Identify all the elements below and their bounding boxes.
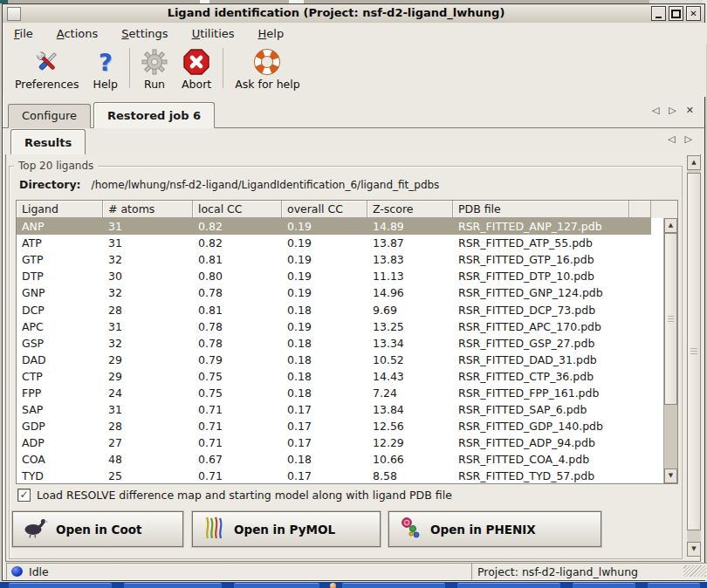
table-row[interactable]: ANP310.820.1914.89RSR_FITTED_ANP_127.pdb	[17, 218, 651, 235]
table-header-blank	[629, 201, 651, 218]
table-cell: 14.89	[367, 220, 453, 233]
tab-restored-job-6[interactable]: Restored job 6	[93, 102, 215, 128]
table-row[interactable]: ADP270.710.1712.29RSR_FITTED_ADP_94.pdb	[17, 434, 651, 451]
menu-settings[interactable]: Settings	[121, 27, 168, 40]
table-cell: 28	[103, 304, 193, 317]
table-scrollbar[interactable]: ▲ ▼	[663, 218, 677, 483]
table-row[interactable]: GSP320.780.1813.34RSR_FITTED_GSP_27.pdb	[17, 335, 651, 352]
menu-file[interactable]: File	[14, 27, 33, 40]
window-menu-icon[interactable]	[7, 7, 21, 21]
open-in-pymol-button[interactable]: Open in PyMOL	[192, 511, 381, 547]
tab-configure[interactable]: Configure	[8, 104, 91, 128]
table-row[interactable]: SAP310.710.1713.84RSR_FITTED_SAP_6.pdb	[17, 401, 651, 418]
table-cell: SAP	[17, 403, 103, 416]
table-cell: 0.78	[193, 320, 282, 333]
table-header-z-score[interactable]: Z-score	[367, 201, 453, 218]
table-cell: 9.69	[367, 304, 453, 317]
open-in-coot-button[interactable]: Open in Coot	[12, 511, 183, 547]
table-cell: APC	[17, 320, 103, 333]
table-cell: 0.71	[193, 469, 282, 482]
scroll-down-icon[interactable]: ▼	[687, 542, 701, 557]
taskbar-button-fragment	[648, 583, 700, 588]
tab-scroll-right-icon[interactable]: ▷	[685, 134, 692, 144]
table-cell: 0.81	[193, 304, 282, 317]
menu-help[interactable]: Help	[258, 27, 285, 40]
panel-scrollbar-thumb[interactable]	[687, 173, 701, 530]
table-row[interactable]: GTP320.810.1913.83RSR_FITTED_GTP_16.pdb	[17, 251, 651, 268]
minimize-button[interactable]	[651, 6, 666, 21]
table-cell: COA	[17, 453, 103, 466]
tab-scroll-right-icon[interactable]: ▷	[669, 106, 676, 115]
table-cell: 28	[103, 420, 193, 433]
table-cell: 0.78	[193, 286, 282, 299]
table-row[interactable]: APC310.780.1913.25RSR_FITTED_APC_170.pdb	[17, 318, 651, 335]
table-row[interactable]: ATP310.820.1913.87RSR_FITTED_ATP_55.pdb	[17, 235, 651, 251]
abort-button[interactable]: Abort	[175, 46, 218, 91]
panel-scrollbar[interactable]: ▲ ▼	[687, 155, 701, 557]
help-button[interactable]: ? Help	[86, 46, 126, 91]
results-tab-bar: Results ◁ ▷	[5, 128, 701, 155]
table-cell: DTP	[17, 270, 103, 283]
scroll-up-icon[interactable]: ▲	[664, 218, 677, 233]
table-row[interactable]: DTP300.800.1911.13RSR_FITTED_DTP_10.pdb	[17, 268, 651, 284]
menu-utilities[interactable]: Utilities	[192, 27, 235, 40]
table-cell: GSP	[17, 337, 103, 350]
scrollbar-grip	[690, 348, 697, 355]
table-row[interactable]: FPP240.750.187.24RSR_FITTED_FPP_161.pdb	[17, 385, 651, 401]
table-cell: 48	[103, 453, 193, 466]
table-header-overall-cc[interactable]: overall CC	[282, 201, 367, 218]
gear-icon	[141, 46, 168, 78]
tab-scroll-left-icon[interactable]: ◁	[668, 134, 675, 144]
checkmark-icon: ✓	[19, 489, 28, 500]
table-cell: 0.81	[193, 253, 282, 266]
maximize-icon	[671, 10, 681, 18]
scroll-up-icon[interactable]: ▲	[687, 155, 701, 170]
table-header-ligand[interactable]: Ligand	[17, 201, 103, 218]
open-in-phenix-button[interactable]: Open in PHENIX	[388, 511, 601, 547]
results-panel: Top 20 ligands Directory:/home/lwhung/ns…	[5, 154, 701, 562]
table-row[interactable]: GNP320.780.1914.96RSR_FITTED_GNP_124.pdb	[17, 284, 651, 301]
table-cell: RSR_FITTED_SAP_6.pdb	[453, 403, 629, 416]
table-cell: 0.18	[282, 304, 367, 317]
table-row[interactable]: GDP280.710.1712.56RSR_FITTED_GDP_140.pdb	[17, 418, 651, 434]
maximize-button[interactable]	[669, 6, 683, 21]
taskbar-button-fragment	[573, 583, 635, 588]
toolbar-separator	[223, 48, 223, 88]
preferences-button[interactable]: Preferences	[8, 46, 86, 91]
table-scrollbar-thumb[interactable]	[664, 233, 677, 405]
scroll-down-icon[interactable]: ▼	[664, 468, 677, 483]
table-cell: 31	[103, 320, 193, 333]
resize-grip[interactable]	[683, 565, 706, 577]
table-header-pdb-file[interactable]: PDB file	[453, 201, 629, 218]
checkbox-label: Load RESOLVE difference map and starting…	[37, 489, 452, 502]
table-cell: RSR_FITTED_APC_170.pdb	[453, 320, 629, 333]
table-cell: 0.18	[282, 370, 367, 383]
menu-actions[interactable]: Actions	[57, 27, 99, 40]
table-cell: ADP	[17, 436, 103, 449]
table-cell: RSR_FITTED_ANP_127.pdb	[453, 220, 629, 233]
table-row[interactable]: COA480.670.1810.66RSR_FITTED_COA_4.pdb	[17, 451, 651, 468]
tab-results[interactable]: Results	[10, 129, 86, 155]
table-header--atoms[interactable]: # atoms	[103, 201, 193, 218]
table-header-local-cc[interactable]: local CC	[193, 201, 282, 218]
table-cell: RSR_FITTED_DCP_73.pdb	[453, 304, 629, 317]
table-row[interactable]: TYD250.710.178.58RSR_FITTED_TYD_57.pdb	[17, 468, 651, 483]
table-cell: CTP	[17, 370, 103, 383]
table-row[interactable]: DAD290.790.1810.52RSR_FITTED_DAD_31.pdb	[17, 352, 651, 368]
table-row[interactable]: CTP290.750.1814.43RSR_FITTED_CTP_36.pdb	[17, 368, 651, 385]
run-button[interactable]: Run	[134, 46, 175, 91]
table-cell: 12.29	[367, 436, 453, 449]
table-cell: RSR_FITTED_FPP_161.pdb	[453, 386, 629, 400]
table-cell: 0.82	[193, 220, 282, 233]
close-button[interactable]: ✕	[686, 6, 701, 21]
window-titlebar[interactable]: Ligand identification (Project: nsf-d2-l…	[3, 4, 704, 24]
tab-scroll-left-icon[interactable]: ◁	[652, 106, 659, 115]
table-cell: 0.17	[282, 469, 367, 482]
ask-for-help-button[interactable]: Ask for help	[228, 46, 306, 91]
table-cell: TYD	[17, 469, 103, 482]
table-cell: DAD	[17, 353, 103, 366]
checkbox[interactable]: ✓	[17, 489, 31, 502]
table-cell: 13.25	[367, 320, 453, 333]
table-row[interactable]: DCP280.810.189.69RSR_FITTED_DCP_73.pdb	[17, 301, 651, 318]
tab-close-icon[interactable]: ✕	[686, 105, 694, 116]
